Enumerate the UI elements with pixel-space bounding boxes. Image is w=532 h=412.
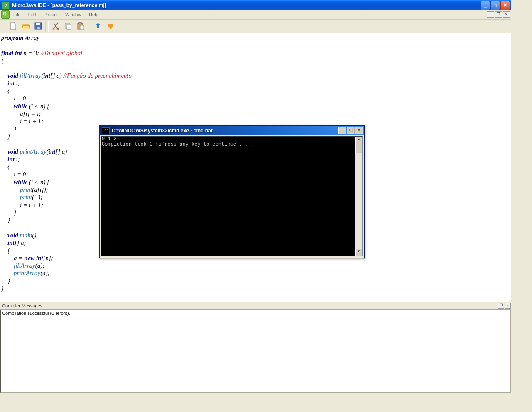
menu-file[interactable]: File: [10, 11, 25, 18]
code-token: (i < n) {: [27, 179, 49, 185]
code-token: (' ');: [32, 194, 42, 200]
mdi-restore-button[interactable]: ❐: [495, 11, 502, 18]
code-token: [1, 270, 14, 276]
code-token: print: [20, 186, 32, 193]
code-token: print: [20, 194, 32, 200]
scroll-thumb[interactable]: [355, 144, 362, 153]
maximize-button[interactable]: □: [490, 1, 500, 10]
code-token: i;: [15, 80, 20, 87]
copy-button[interactable]: [62, 20, 74, 32]
panel-dock-button[interactable]: ❐: [498, 303, 504, 309]
code-token: (a);: [35, 262, 45, 269]
code-line: {: [1, 163, 10, 170]
cmd-line: Completion took 0 msPress any key to con…: [102, 141, 260, 147]
code-token: while: [14, 179, 27, 185]
svg-rect-8: [79, 22, 81, 24]
svg-rect-9: [80, 25, 84, 30]
code-token: int: [7, 239, 15, 246]
menu-project[interactable]: Project: [40, 11, 61, 18]
menu-help[interactable]: Help: [85, 11, 102, 18]
compiler-panel-title: Compiler Messages: [2, 303, 42, 308]
code-line: {: [1, 88, 10, 94]
mdi-close-button[interactable]: ×: [503, 11, 510, 18]
cmd-icon: C:\: [102, 127, 110, 134]
save-icon: [34, 22, 42, 30]
qt-logo-icon: Qt: [1, 10, 10, 19]
code-line: i = i + 1;: [1, 202, 43, 208]
paste-icon: [76, 22, 85, 30]
scroll-track[interactable]: [355, 153, 362, 249]
code-token: [1, 80, 7, 87]
svg-rect-6: [67, 24, 71, 29]
code-token: [n];: [43, 255, 53, 261]
mdi-minimize-button[interactable]: _: [487, 11, 494, 18]
code-token: printArray: [20, 148, 47, 155]
code-token: //Variavel global: [41, 50, 82, 56]
code-line: a[i] = i;: [1, 110, 41, 117]
code-token: n = 3;: [22, 50, 41, 56]
cmd-minimize-button[interactable]: _: [338, 127, 346, 134]
close-button[interactable]: ✕: [500, 1, 510, 10]
menu-window[interactable]: Window: [61, 11, 85, 18]
code-token: main: [20, 232, 32, 239]
code-token: fillArray: [20, 72, 42, 79]
code-token: [1, 239, 7, 246]
code-line: {: [1, 247, 10, 254]
app-icon: Q: [2, 2, 10, 9]
menubar: Qt File Edit Project Window Help _ ❐ ×: [0, 10, 511, 20]
panel-close-button[interactable]: ×: [505, 303, 511, 309]
cmd-maximize-button[interactable]: □: [347, 127, 355, 134]
code-token: int: [43, 72, 50, 79]
code-token: (i < n) {: [27, 103, 49, 110]
code-token: (a);: [40, 270, 50, 276]
code-line: }: [1, 133, 10, 140]
cmd-titlebar[interactable]: C:\ C:\WINDOWS\system32\cmd.exe - cmd.ba…: [100, 126, 364, 135]
cut-icon: [51, 22, 60, 30]
code-token: int: [49, 148, 56, 155]
cmd-line: 0 1 2: [102, 136, 120, 142]
code-token: [] a;: [15, 239, 26, 246]
svg-rect-2: [37, 27, 40, 29]
window-title: MicroJava IDE - [pass_by_reference.mj]: [11, 2, 480, 8]
scroll-up-button[interactable]: ▲: [355, 137, 362, 144]
compiler-panel-header[interactable]: Compiler Messages ❐ ×: [0, 302, 511, 310]
code-line: i = 0;: [1, 171, 28, 178]
titlebar[interactable]: Q MicroJava IDE - [pass_by_reference.mj]…: [0, 0, 511, 10]
code-token: void: [7, 148, 20, 155]
compiler-message: Compilation successful (0 errors).: [2, 311, 509, 316]
code-line: }: [1, 209, 16, 216]
debug-button[interactable]: [104, 20, 117, 32]
compiler-panel: Compiler Messages ❐ × Compilation succes…: [0, 302, 511, 393]
new-file-icon: [9, 22, 17, 30]
cmd-window[interactable]: C:\ C:\WINDOWS\system32\cmd.exe - cmd.ba…: [99, 125, 365, 258]
code-token: [1, 72, 7, 79]
code-token: [1, 148, 7, 155]
run-icon: [94, 22, 102, 30]
code-token: final int: [1, 50, 22, 56]
save-button[interactable]: [32, 20, 44, 32]
scroll-down-button[interactable]: ▼: [355, 249, 362, 256]
code-token: void: [7, 232, 20, 239]
code-token: [1, 103, 14, 110]
new-file-button[interactable]: [7, 20, 20, 32]
code-token: int: [7, 156, 15, 163]
code-token: (a[i]);: [32, 186, 48, 193]
menu-edit[interactable]: Edit: [25, 11, 40, 18]
cmd-close-button[interactable]: ×: [355, 127, 363, 134]
code-line: }: [1, 126, 16, 132]
cut-button[interactable]: [49, 20, 62, 32]
minimize-button[interactable]: _: [481, 1, 490, 10]
code-token: [1, 194, 20, 200]
code-line: i = 0;: [1, 95, 28, 102]
svg-rect-1: [36, 23, 40, 25]
cmd-body[interactable]: 0 1 2 Completion took 0 msPress any key …: [101, 136, 363, 256]
cmd-scrollbar[interactable]: ▲ ▼: [355, 137, 362, 256]
open-file-button[interactable]: [20, 20, 32, 32]
run-button[interactable]: [92, 20, 104, 32]
code-token: i;: [15, 156, 20, 163]
paste-button[interactable]: [74, 20, 87, 32]
compiler-output[interactable]: Compilation successful (0 errors).: [0, 310, 511, 393]
debug-icon: [106, 22, 115, 30]
code-token: void: [7, 72, 20, 79]
code-line: }: [1, 278, 10, 284]
